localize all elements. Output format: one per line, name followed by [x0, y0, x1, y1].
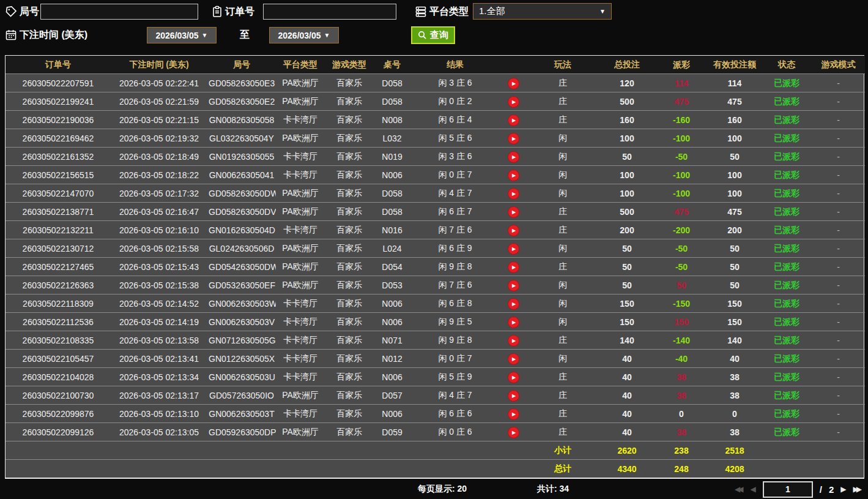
cell-status: 已派彩	[762, 221, 812, 239]
cell-result: 闲 6 庄 8	[410, 295, 500, 313]
date-to-picker[interactable]: 2026/03/05 ▼	[269, 27, 339, 43]
table-row: 2603050221274652026-03-05 02:15:43GD0542…	[6, 258, 865, 276]
cell-bet: 闲	[527, 313, 599, 331]
play-video-icon[interactable]: ▶	[508, 408, 519, 420]
page-separator: /	[820, 484, 822, 495]
subtotal-cell-table	[374, 441, 410, 460]
play-video-icon[interactable]: ▶	[508, 335, 519, 347]
cell-play: ▶	[500, 239, 527, 258]
round-input[interactable]	[40, 4, 198, 20]
play-video-icon[interactable]: ▶	[508, 427, 519, 438]
search-button[interactable]: 查询	[411, 26, 455, 44]
cell-platform: PA欧洲厅	[276, 74, 325, 92]
play-video-icon[interactable]: ▶	[508, 298, 519, 310]
round-filter-label: 局号	[20, 4, 39, 20]
play-video-icon[interactable]: ▶	[508, 96, 519, 108]
play-video-icon[interactable]: ▶	[508, 317, 519, 328]
cell-game: 百家乐	[325, 92, 374, 111]
cell-time: 2026-03-05 02:19:32	[111, 129, 207, 148]
play-video-icon[interactable]: ▶	[508, 390, 519, 402]
cell-status: 已派彩	[762, 239, 812, 258]
cell-table: N012	[374, 350, 410, 368]
date-from-picker[interactable]: 2026/03/05 ▼	[147, 27, 217, 43]
cell-valid: 160	[708, 111, 762, 129]
play-video-icon[interactable]: ▶	[508, 188, 519, 200]
cell-table: D053	[374, 276, 410, 295]
cell-time: 2026-03-05 02:15:43	[111, 258, 207, 276]
cell-result: 闲 3 庄 6	[410, 74, 500, 92]
play-video-icon[interactable]: ▶	[508, 243, 519, 255]
next-page-button[interactable]: ▶	[840, 485, 846, 493]
cell-play: ▶	[500, 258, 527, 276]
order-input[interactable]	[263, 4, 396, 20]
cell-table: D054	[374, 258, 410, 276]
play-video-icon[interactable]: ▶	[508, 372, 519, 383]
total-cell-order	[6, 460, 111, 478]
play-video-icon[interactable]: ▶	[508, 170, 519, 181]
cell-table: D058	[374, 184, 410, 203]
cell-payout: 0	[655, 405, 708, 423]
play-video-icon[interactable]: ▶	[508, 353, 519, 365]
play-video-icon[interactable]: ▶	[508, 206, 519, 218]
cell-bet: 庄	[527, 92, 599, 111]
cell-platform: 卡卡湾厅	[276, 221, 325, 239]
play-video-icon[interactable]: ▶	[508, 133, 519, 144]
prev-page-button[interactable]: ◀	[751, 485, 756, 493]
cell-payout: -200	[655, 221, 708, 239]
cell-bet: 庄	[527, 74, 599, 92]
column-header-order: 订单号	[6, 56, 111, 74]
cell-payout: -40	[655, 350, 708, 368]
cell-status: 已派彩	[762, 258, 812, 276]
cell-valid: 50	[708, 148, 762, 166]
cell-bet: 闲	[527, 276, 599, 295]
cell-status: 已派彩	[762, 184, 812, 203]
cell-table: N006	[374, 313, 410, 331]
cell-game: 百家乐	[325, 184, 374, 203]
cell-mode: -	[812, 405, 865, 423]
page-number-input[interactable]	[763, 481, 813, 498]
cell-result: 闲 9 庄 8	[410, 331, 500, 350]
cell-mode: -	[812, 368, 865, 386]
first-page-button[interactable]: ◀◀	[735, 485, 743, 493]
cell-table: N071	[374, 331, 410, 350]
platform-list-icon	[415, 6, 427, 18]
play-video-icon[interactable]: ▶	[508, 280, 519, 291]
platform-select[interactable]: 1.全部 ▼	[473, 3, 612, 20]
last-page-button[interactable]: ▶▶	[853, 485, 862, 493]
bet-records-table: 订单号下注时间 (美东)局号平台类型游戏类型桌号结果玩法总投注派彩有效投注额状态…	[5, 55, 864, 479]
table-row: 2603050221470702026-03-05 02:17:32GD0582…	[6, 184, 865, 203]
cell-bet: 庄	[527, 405, 599, 423]
total-cell-game	[325, 460, 374, 478]
column-header-time: 下注时间 (美东)	[111, 56, 207, 74]
cell-bet: 庄	[527, 423, 599, 441]
cell-valid: 50	[708, 239, 762, 258]
cell-mode: -	[812, 386, 865, 405]
cell-result: 闲 6 庄 4	[410, 111, 500, 129]
cell-valid: 38	[708, 423, 762, 441]
cell-play: ▶	[500, 74, 527, 92]
date-from-value: 2026/03/05	[156, 31, 199, 40]
cell-game: 百家乐	[325, 221, 374, 239]
subtotal-cell-status	[762, 441, 812, 460]
play-video-icon[interactable]: ▶	[508, 78, 519, 89]
cell-result: 闲 6 庄 7	[410, 203, 500, 221]
cell-bet: 庄	[527, 221, 599, 239]
play-video-icon[interactable]: ▶	[508, 225, 519, 236]
cell-bet: 庄	[527, 331, 599, 350]
cell-result: 闲 0 庄 6	[410, 423, 500, 441]
subtotal-cell-total: 2620	[599, 441, 655, 460]
play-video-icon[interactable]: ▶	[508, 114, 519, 126]
cell-bet: 闲	[527, 184, 599, 203]
cell-time: 2026-03-05 02:22:41	[111, 74, 207, 92]
play-video-icon[interactable]: ▶	[508, 151, 519, 163]
cell-order: 260305022156515	[6, 166, 111, 184]
cell-order: 260305022207591	[6, 74, 111, 92]
play-video-icon[interactable]: ▶	[508, 261, 519, 273]
cell-result: 闲 9 庄 8	[410, 258, 500, 276]
cell-order: 260305022147070	[6, 184, 111, 203]
cell-play: ▶	[500, 350, 527, 368]
cell-order: 260305022199241	[6, 92, 111, 111]
cell-result: 闲 7 庄 6	[410, 276, 500, 295]
chevron-down-icon: ▼	[324, 32, 330, 39]
cell-payout: 38	[655, 386, 708, 405]
